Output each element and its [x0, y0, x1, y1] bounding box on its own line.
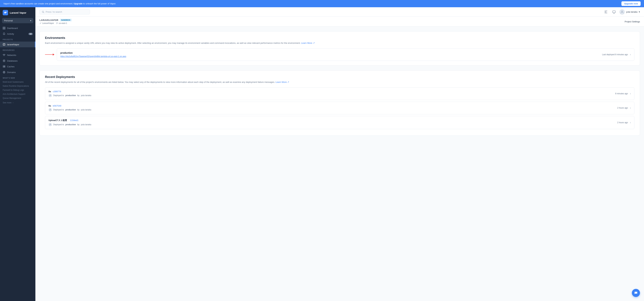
chevron-right-icon: ›	[630, 121, 631, 124]
deployment-row-right: 8 minutes ago ›	[615, 92, 631, 95]
svg-point-10	[4, 67, 5, 67]
env-url[interactable]: https://du2u6ptf62nn7bawowrl32gxem0pfbfq…	[60, 55, 126, 57]
user-menu[interactable]: yuta tanaka ▾	[620, 9, 640, 15]
app-title: Laravel Vapor	[10, 11, 26, 14]
deployment-tag: fix	[48, 90, 51, 93]
deployed-env: production	[66, 94, 76, 97]
sidebar-item-label: Domains	[7, 71, 16, 74]
deployed-text: Deployed to	[53, 109, 64, 111]
server-icon	[3, 65, 6, 68]
whats-new-item-2[interactable]: Farewell to Debug Logs	[0, 88, 36, 92]
svg-rect-15	[604, 13, 607, 13]
sidebar-logo: Laravel Vapor	[0, 7, 36, 18]
project-meta: LaravelVapor us-east-1	[40, 22, 72, 24]
grid-icon	[3, 27, 6, 29]
sidebar-item-dashboard[interactable]: Dashboard	[0, 25, 36, 31]
deployment-row-0[interactable]: fix c399776 Deployed to produc	[45, 87, 634, 100]
deployments-card: Recent Deployments All of the recent dep…	[40, 70, 640, 136]
deployment-commit: b567549	[53, 105, 61, 107]
project-icon	[3, 43, 6, 46]
svg-rect-1	[4, 27, 5, 28]
sidebar-item-laravelvapor[interactable]: laravelVapor	[0, 41, 36, 47]
environments-card: Environments Each environment is assigne…	[40, 31, 640, 66]
search-icon	[42, 11, 44, 13]
sidebar: Laravel Vapor Personal ▾ Dashboard	[0, 7, 36, 301]
sidebar-toggle-icon[interactable]	[603, 9, 608, 15]
environments-desc: Each environment is assigned a unique va…	[45, 41, 634, 45]
env-row-right: Last deployed 8 minutes ago ›	[602, 53, 631, 56]
environments-learn-more[interactable]: Learn More ↗	[301, 42, 315, 44]
projects-section-label: PROJECTS	[0, 37, 36, 41]
sidebar-item-label: Databases	[7, 60, 18, 62]
deployment-avatar	[48, 123, 52, 126]
sidebar-item-label: laravelVapor	[7, 43, 19, 46]
monitor-icon[interactable]	[611, 9, 617, 15]
deployment-avatar	[48, 94, 52, 97]
breadcrumb-region: us-east-1	[56, 22, 67, 24]
deployment-bottom: Deployed to production by yuta tanaka	[48, 123, 91, 126]
sidebar-item-label: Caches	[7, 65, 14, 68]
deployment-time: 2 hours ago	[617, 107, 628, 109]
flag-icon	[56, 22, 58, 24]
whats-new-item-0[interactable]: Multi-level Subdomains	[0, 80, 36, 84]
see-more-link[interactable]: See more →	[0, 100, 36, 105]
sidebar-item-label: Networks	[7, 54, 16, 56]
svg-rect-2	[3, 28, 4, 29]
upgrade-now-button[interactable]: Upgrade now	[622, 1, 641, 6]
logo-icon	[3, 10, 8, 15]
sandbox-badge: SANDBOX	[60, 19, 72, 21]
project-title: LARAVELVAPOR SANDBOX	[40, 19, 72, 21]
whats-new-item-4[interactable]: Queue Management	[0, 96, 36, 100]
deployed-by: by	[77, 109, 80, 111]
whats-new-item-3[interactable]: Arm Architecture Support	[0, 92, 36, 96]
search-placeholder: Press / to search	[46, 10, 62, 13]
deployment-row-left: Uploadテスト処理 110ded1 Deployed to	[48, 119, 91, 126]
deployment-top: fix b567549	[48, 105, 91, 107]
svg-rect-14	[604, 12, 606, 12]
svg-point-5	[4, 56, 4, 56]
sidebar-item-caches[interactable]: Caches	[0, 64, 36, 69]
project-header-left: LARAVELVAPOR SANDBOX LaravelVapor	[40, 19, 72, 24]
sidebar-item-activity[interactable]: Activity 12	[0, 31, 36, 37]
avatar	[620, 9, 625, 15]
env-row-left: production https://du2u6ptf62nn7bawowrl3…	[60, 51, 126, 57]
sidebar-item-networks[interactable]: Networks	[0, 52, 36, 58]
sidebar-item-label: Activity	[7, 33, 14, 35]
external-link-icon: ↗	[313, 42, 315, 44]
search-box[interactable]: Press / to search	[40, 9, 90, 14]
whats-new-item-1[interactable]: Native Runtime Deprecations	[0, 84, 36, 88]
resources-section-label: RESOURCES	[0, 47, 36, 52]
deployment-row-right: 2 hours ago ›	[617, 106, 631, 109]
arrow-line	[45, 54, 54, 55]
deployed-user: yuta tanaka	[81, 94, 91, 97]
sidebar-item-label: Dashboard	[7, 27, 18, 29]
main-area: Press / to search	[36, 7, 644, 301]
deployment-row-1[interactable]: fix b567549 Deployed to produc	[45, 102, 634, 114]
deployments-learn-more[interactable]: Learn More ↗	[276, 81, 289, 83]
svg-point-17	[622, 11, 622, 12]
breadcrumb-project: LaravelVapor	[40, 22, 54, 24]
chat-button[interactable]	[632, 289, 640, 297]
sidebar-item-databases[interactable]: Databases	[0, 58, 36, 64]
sidebar-item-domains[interactable]: Domains	[0, 69, 36, 75]
svg-point-6	[3, 60, 5, 60]
globe-icon	[3, 71, 6, 74]
chevron-right-icon: ›	[630, 106, 631, 109]
deployment-row-2[interactable]: Uploadテスト処理 110ded1 Deployed to	[45, 116, 634, 129]
user-chevron-icon: ▾	[639, 10, 640, 13]
deployment-row-right: 2 hours ago ›	[617, 121, 631, 124]
deployment-top: fix c399776	[48, 90, 91, 93]
topbar: Press / to search	[36, 7, 644, 17]
deployment-row-left: fix c399776 Deployed to produc	[48, 90, 91, 97]
env-name: production	[60, 51, 126, 54]
deployed-user: yuta tanaka	[81, 123, 91, 126]
team-selector[interactable]: Personal ▾	[2, 18, 33, 23]
bell-icon	[3, 32, 6, 35]
deployment-tag: Uploadテスト処理	[48, 119, 67, 122]
environment-row-production[interactable]: production https://du2u6ptf62nn7bawowrl3…	[57, 48, 634, 61]
project-settings-link[interactable]: Project Settings	[624, 20, 640, 23]
deployments-desc: All of the recent deployments for all of…	[45, 80, 634, 84]
deployed-env: production	[66, 123, 76, 126]
database-icon	[3, 59, 6, 62]
environments-title: Environments	[45, 36, 634, 40]
